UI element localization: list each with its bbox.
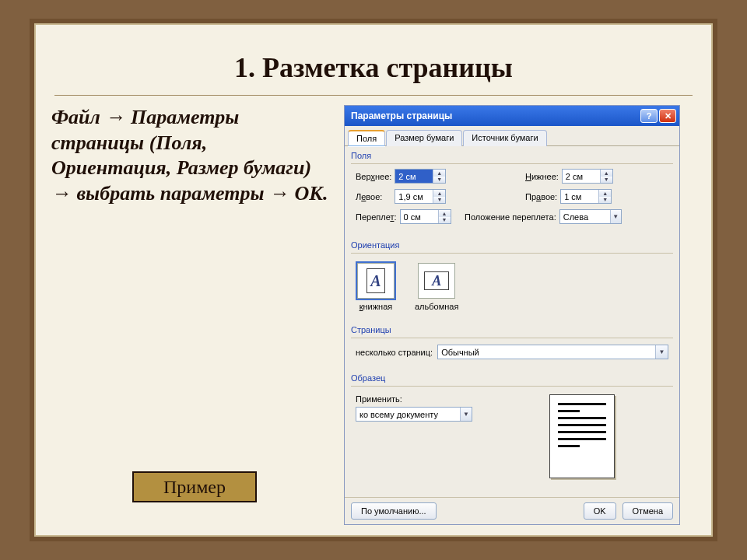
- chevron-down-icon[interactable]: ▼: [460, 408, 472, 421]
- label-multiple-pages: несколько страниц:: [356, 348, 433, 357]
- select-gutter-position[interactable]: ▼: [559, 209, 622, 224]
- spin-up-icon[interactable]: ▲: [433, 190, 445, 197]
- instructions-text: Файл → Параметры страницы (Поля, Ориента…: [48, 105, 328, 525]
- group-sample: Образец Применить: ▼: [351, 373, 673, 485]
- select-multiple-pages[interactable]: ▼: [437, 345, 668, 359]
- input-gutter[interactable]: ▲▼: [400, 209, 451, 224]
- portrait-page-icon: A: [366, 268, 385, 293]
- input-top-margin[interactable]: ▲▼: [395, 169, 446, 184]
- dialog-title: Параметры страницы: [351, 110, 452, 121]
- spin-down-icon[interactable]: ▼: [433, 197, 445, 204]
- label-apply-to: Применить:: [356, 394, 488, 404]
- label-gutter-position: Положение переплета:: [465, 212, 556, 222]
- label-bottom: Нижнее:: [525, 172, 559, 181]
- chevron-down-icon[interactable]: ▼: [655, 345, 668, 359]
- spin-down-icon[interactable]: ▼: [433, 177, 445, 184]
- group-margins-label: Поля: [351, 151, 673, 160]
- help-icon[interactable]: ?: [640, 109, 658, 123]
- spin-down-icon[interactable]: ▼: [439, 217, 451, 224]
- cancel-button[interactable]: Отмена: [622, 502, 673, 520]
- slide-frame: 1. Разметка страницы Файл → Параметры ст…: [30, 19, 717, 541]
- spin-up-icon[interactable]: ▲: [601, 170, 612, 177]
- example-button[interactable]: Пример: [132, 471, 257, 502]
- group-orientation-label: Ориентация: [351, 240, 673, 250]
- tab-paper-source[interactable]: Источник бумаги: [463, 130, 546, 146]
- orientation-landscape[interactable]: A альбомная: [415, 263, 458, 311]
- select-apply-to[interactable]: ▼: [356, 407, 472, 422]
- landscape-page-icon: A: [424, 271, 449, 290]
- group-margins: Поля Верхнее: ▲▼: [351, 151, 673, 234]
- spin-up-icon[interactable]: ▲: [439, 210, 451, 217]
- group-pages: Страницы несколько страниц: ▼: [351, 325, 673, 367]
- divider: [54, 95, 693, 96]
- spin-up-icon[interactable]: ▲: [433, 170, 445, 177]
- preview-page-icon: [549, 394, 615, 478]
- input-bottom-margin[interactable]: ▲▼: [562, 169, 613, 184]
- label-right: Правое:: [525, 192, 557, 201]
- group-sample-label: Образец: [351, 373, 673, 383]
- slide-title: 1. Разметка страницы: [48, 37, 699, 95]
- ok-button[interactable]: OK: [584, 502, 616, 520]
- close-icon[interactable]: ✕: [659, 109, 676, 123]
- group-orientation: Ориентация A книжная A альбомная: [351, 240, 673, 319]
- label-left: Левое:: [356, 192, 382, 201]
- tab-paper-size[interactable]: Размер бумаги: [386, 130, 462, 146]
- label-gutter: Переплет:: [356, 212, 397, 222]
- input-right-margin[interactable]: ▲▼: [560, 189, 612, 204]
- dialog-button-bar: По умолчанию... OK Отмена: [345, 497, 679, 524]
- chevron-down-icon[interactable]: ▼: [610, 210, 621, 223]
- orientation-portrait[interactable]: A книжная: [357, 263, 395, 311]
- spin-up-icon[interactable]: ▲: [599, 190, 611, 197]
- group-pages-label: Страницы: [351, 325, 673, 334]
- input-left-margin[interactable]: ▲▼: [395, 189, 446, 204]
- label-top: Верхнее:: [356, 172, 391, 181]
- page-setup-dialog: Параметры страницы ? ✕ Поля Размер бумаг…: [344, 105, 680, 525]
- tab-bar: Поля Размер бумаги Источник бумаги: [345, 126, 679, 146]
- dialog-titlebar[interactable]: Параметры страницы ? ✕: [345, 106, 679, 126]
- default-button[interactable]: По умолчанию...: [351, 502, 437, 520]
- tab-fields[interactable]: Поля: [348, 130, 385, 146]
- spin-down-icon[interactable]: ▼: [599, 197, 611, 204]
- spin-down-icon[interactable]: ▼: [601, 177, 612, 184]
- page-preview: [496, 394, 668, 478]
